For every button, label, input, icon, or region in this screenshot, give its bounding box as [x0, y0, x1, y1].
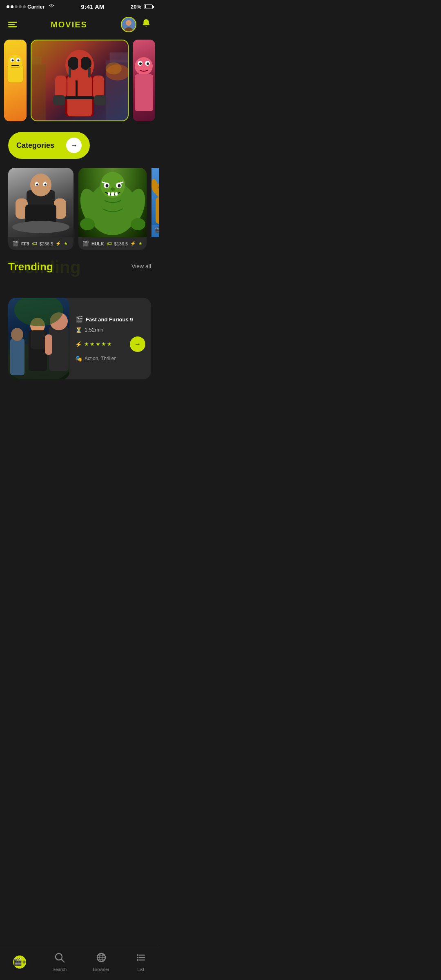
svg-point-41 [30, 174, 51, 196]
svg-point-60 [111, 187, 115, 191]
status-time: 9:41 AM [81, 3, 104, 10]
movie-icon-hulk: 🎬 [82, 241, 89, 247]
trending-genre: 🎭 Action, Thriller [75, 355, 145, 362]
price-tag-icon-hulk: 🏷 [107, 241, 112, 247]
svg-rect-30 [78, 58, 81, 68]
trending-card[interactable]: 🎬 Fast and Furious 9 ⏳ 1:52min ⚡ ★ ★ ★ ★… [8, 298, 151, 379]
filter-button[interactable] [8, 22, 17, 27]
signal-dot-3 [15, 5, 18, 8]
carousel-track [0, 40, 159, 121]
movie-clapper-icon: 🎬 [75, 316, 83, 323]
svg-point-5 [8, 55, 22, 69]
filter-line-2 [8, 24, 15, 25]
svg-rect-77 [31, 330, 45, 349]
movie-poster-ff9 [8, 168, 74, 237]
signal-dot-1 [7, 5, 9, 8]
svg-rect-63 [115, 192, 118, 196]
svg-point-1 [126, 20, 131, 26]
signal-dots [7, 5, 26, 8]
battery-fill [145, 5, 146, 8]
svg-rect-31 [69, 67, 71, 78]
filter-line-1 [8, 22, 17, 23]
categories-button[interactable]: Categories → [8, 132, 90, 159]
battery-bar [144, 4, 153, 9]
movie-icon: 🎬 [12, 241, 19, 247]
rating-row: ⚡ ★ ★ ★ ★ ★ [75, 341, 112, 347]
header: MOVIES [0, 12, 159, 36]
signal-dot-5 [23, 5, 26, 8]
signal-dot-4 [19, 5, 22, 8]
status-left: Carrier [7, 4, 55, 10]
carrier-label: Carrier [27, 4, 45, 10]
svg-point-9 [18, 60, 20, 62]
svg-rect-23 [55, 76, 67, 98]
svg-point-48 [45, 184, 47, 186]
movie-poster-hulk [78, 168, 147, 237]
svg-rect-11 [11, 67, 20, 68]
trending-duration: ⏳ 1:52min [75, 327, 145, 333]
star-rating: ★ ★ ★ ★ ★ [84, 341, 112, 347]
svg-rect-32 [88, 67, 91, 78]
trending-section-header: Trending Trending View all [0, 255, 159, 273]
carousel-card-left[interactable] [4, 40, 27, 121]
svg-point-53 [80, 218, 95, 230]
star-2: ★ [90, 341, 95, 347]
svg-rect-26 [94, 95, 106, 105]
signal-dot-2 [11, 5, 13, 8]
svg-point-33 [135, 57, 153, 75]
movie-price: $236.5 [40, 241, 53, 246]
categories-arrow-icon: → [66, 138, 82, 153]
trending-poster [8, 298, 69, 379]
header-actions [121, 17, 151, 32]
battery-percent: 20% [131, 4, 141, 10]
svg-rect-73 [10, 339, 24, 375]
hulk-title-code: HULK [91, 241, 104, 246]
view-all-button[interactable]: View all [131, 261, 151, 270]
categories-label: Categories [16, 141, 54, 150]
star-3: ★ [96, 341, 100, 347]
svg-point-8 [12, 60, 14, 62]
filter-line-3 [8, 26, 17, 27]
carousel-card-main[interactable] [31, 40, 129, 121]
svg-rect-38 [135, 74, 153, 111]
status-right: 20% [131, 4, 153, 10]
go-button[interactable]: → [130, 336, 145, 352]
trending-movie-title: 🎬 Fast and Furious 9 [75, 316, 145, 323]
genre-icon: 🎭 [75, 355, 82, 362]
price-tag-icon: 🏷 [32, 241, 37, 247]
svg-rect-80 [45, 334, 52, 355]
status-bar: Carrier 9:41 AM 20% [0, 0, 159, 12]
movie-card-info-hulk: 🎬 HULK 🏷 $136.5 ⚡ ★ [78, 237, 147, 250]
movie-cards-row: 🎬 FF9 🏷 $236.5 ⚡ ★ [0, 163, 159, 255]
carousel-card-right[interactable] [133, 40, 155, 121]
trending-rating-row: ⚡ ★ ★ ★ ★ ★ → [75, 336, 145, 352]
svg-point-54 [131, 218, 145, 230]
star-1: ★ [84, 341, 89, 347]
movie-card-info-ff9: 🎬 FF9 🏷 $236.5 ⚡ ★ [8, 237, 74, 250]
hero-carousel [0, 36, 159, 125]
movie-card-partial[interactable]: 🎬 S [151, 168, 159, 237]
movie-title-code: FF9 [21, 241, 29, 246]
wifi-icon [48, 4, 55, 10]
star-rating-icon: ⚡ [75, 341, 82, 347]
avatar[interactable] [121, 17, 136, 32]
notification-bell-icon[interactable] [141, 18, 151, 31]
star-5: ★ [107, 341, 112, 347]
svg-point-58 [105, 184, 108, 187]
hourglass-icon: ⏳ [75, 327, 82, 333]
hulk-price: $136.5 [114, 241, 128, 246]
svg-point-47 [36, 184, 38, 186]
movie-card-hulk[interactable]: 🎬 HULK 🏷 $136.5 ⚡ ★ [78, 168, 147, 250]
page-title: MOVIES [51, 20, 87, 29]
svg-rect-21 [65, 96, 94, 99]
svg-rect-71 [156, 197, 159, 224]
svg-rect-61 [108, 192, 110, 196]
svg-point-36 [139, 62, 142, 65]
section-title-wrap: Trending Trending [8, 261, 53, 273]
star-4: ★ [101, 341, 106, 347]
star-icon: ★ [64, 241, 68, 246]
copy-icon-hulk: ⚡ [130, 241, 136, 246]
movie-card-ff9[interactable]: 🎬 FF9 🏷 $236.5 ⚡ ★ [8, 168, 74, 250]
svg-rect-24 [93, 76, 104, 98]
svg-rect-10 [11, 65, 19, 66]
